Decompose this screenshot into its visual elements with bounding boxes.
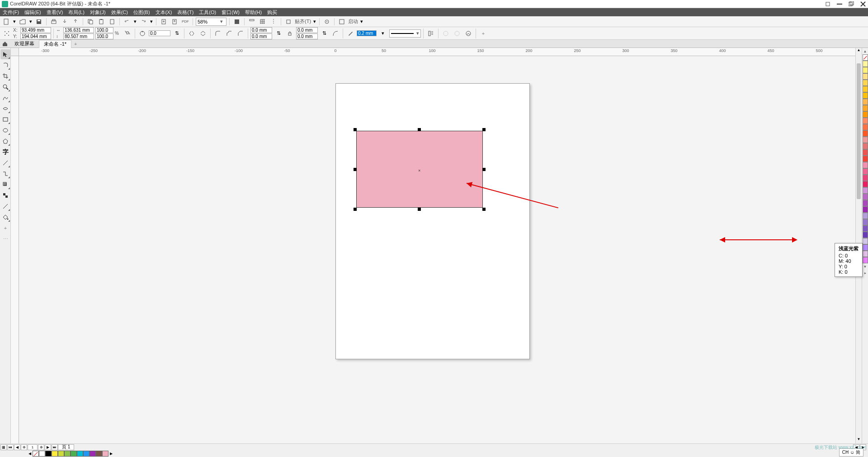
menu-view[interactable]: 查看(V) [47, 9, 63, 16]
canvas[interactable]: × [19, 56, 847, 435]
text-tool[interactable]: 字 [0, 147, 10, 157]
palette-swatch[interactable] [863, 238, 868, 244]
grid-button[interactable] [258, 17, 267, 26]
tab-add-button[interactable]: + [71, 40, 80, 48]
menu-object[interactable]: 对象(J) [90, 9, 106, 16]
scale-y-field[interactable] [95, 33, 113, 39]
palette-down-arrow[interactable]: ▼ [862, 263, 868, 270]
palette-swatch[interactable] [863, 105, 868, 111]
doc-palette-swatch[interactable] [45, 451, 52, 457]
menu-edit[interactable]: 编辑(E) [24, 9, 41, 16]
palette-swatch[interactable] [863, 219, 868, 225]
palette-swatch[interactable] [863, 168, 868, 175]
palette-swatch[interactable] [863, 232, 868, 238]
tab-home-icon[interactable] [0, 40, 10, 48]
menu-tools[interactable]: 工具(O) [199, 9, 216, 16]
rotation-field[interactable] [149, 30, 170, 36]
sel-handle-bl[interactable] [354, 208, 357, 211]
pdf-button[interactable]: PDF [181, 17, 190, 26]
scale-x-field[interactable] [95, 27, 113, 33]
menu-bitmap[interactable]: 位图(B) [133, 9, 150, 16]
order-front-button[interactable] [441, 29, 451, 38]
page-next-button[interactable]: ▶ [45, 444, 51, 450]
redo-button[interactable] [139, 17, 148, 26]
corner-bl-field[interactable] [250, 33, 272, 39]
undo-dropdown[interactable]: ▾ [133, 17, 137, 26]
more-tool[interactable]: ⋯ [0, 234, 10, 244]
palette-swatch[interactable] [863, 194, 868, 200]
doc-palette-swatch[interactable] [71, 451, 77, 457]
ime-indicator[interactable]: CH ☺ 简 [839, 448, 863, 457]
tab-welcome[interactable]: 欢迎屏幕 [10, 40, 39, 48]
palette-swatch[interactable] [863, 86, 868, 92]
zoom-tool[interactable] [0, 82, 10, 92]
pick-tool[interactable] [0, 49, 10, 59]
rectangle-tool[interactable] [0, 114, 10, 124]
page-first-button[interactable]: ⏮ [7, 444, 14, 450]
lock-ratio-button[interactable] [123, 29, 132, 38]
palette-swatch[interactable] [863, 80, 868, 86]
vscroll-down[interactable]: ▼ [856, 437, 862, 443]
palette-swatch[interactable] [863, 67, 868, 73]
palette-swatch[interactable] [863, 162, 868, 168]
mirror-v-button[interactable] [198, 29, 208, 38]
palette-swatch[interactable] [863, 137, 868, 143]
doc-palette-swatch[interactable] [102, 451, 108, 457]
doc-palette-swatch[interactable] [64, 451, 71, 457]
vscroll-up[interactable]: ▲ [856, 48, 862, 54]
horizontal-ruler[interactable]: -300-250-200-150-100-5005010015020025030… [19, 48, 855, 56]
corner-lock-button[interactable] [285, 29, 295, 38]
freehand-tool[interactable] [0, 93, 10, 103]
palette-swatch[interactable] [863, 118, 868, 124]
redo-dropdown[interactable]: ▾ [150, 17, 153, 26]
doc-palette-right[interactable]: ▶ [108, 451, 114, 457]
tab-document[interactable]: 未命名 -1* [39, 40, 71, 48]
palette-swatch[interactable] [863, 73, 868, 80]
eyedropper-tool[interactable] [0, 201, 10, 211]
ellipse-tool[interactable] [0, 125, 10, 135]
palette-swatch[interactable] [863, 213, 868, 219]
palette-no-color[interactable] [863, 54, 868, 61]
sel-handle-br[interactable] [482, 208, 486, 211]
clipboard-button[interactable] [108, 17, 117, 26]
corner-stepper-1[interactable]: ⇅ [274, 29, 283, 38]
export-button-2[interactable] [170, 17, 179, 26]
print-button[interactable] [49, 17, 58, 26]
menu-effects[interactable]: 效果(C) [111, 9, 128, 16]
fullscreen-button[interactable] [232, 17, 241, 26]
page-last-button[interactable]: ⏭ [52, 444, 58, 450]
palette-swatch[interactable] [863, 111, 868, 118]
snap-dropdown[interactable]: ▾ [313, 17, 316, 26]
wrap-text-button[interactable] [426, 29, 436, 38]
x-field[interactable] [20, 27, 51, 33]
corner-tl-field[interactable] [250, 27, 272, 33]
sel-handle-bm[interactable] [418, 208, 421, 211]
plus-tool[interactable]: + [0, 223, 10, 233]
minimize-button[interactable] [836, 1, 843, 7]
artistic-media-tool[interactable] [0, 104, 10, 114]
shape-tool[interactable] [0, 60, 10, 70]
import-button[interactable] [60, 17, 69, 26]
palette-swatch[interactable] [863, 156, 868, 162]
launch-dropdown[interactable]: ▾ [360, 17, 363, 26]
outline-width-field[interactable] [357, 30, 377, 36]
polygon-tool[interactable] [0, 136, 10, 146]
outline-width-dropdown[interactable]: ▾ [378, 29, 388, 38]
palette-swatch[interactable] [863, 200, 868, 206]
palette-swatch[interactable] [863, 149, 868, 156]
doc-palette-swatch[interactable] [39, 451, 45, 457]
corner-chamfer-button[interactable] [236, 29, 245, 38]
outline-style-combo[interactable]: ▾ [389, 29, 421, 38]
corner-tr-field[interactable] [296, 27, 318, 33]
drop-shadow-tool[interactable] [0, 180, 10, 190]
open-button[interactable] [18, 17, 27, 26]
menu-help[interactable]: 帮助(H) [245, 9, 262, 16]
corner-stepper-2[interactable]: ⇅ [319, 29, 329, 38]
palette-swatch[interactable] [863, 175, 868, 181]
doc-palette-swatch[interactable] [58, 451, 64, 457]
horizontal-scrollbar[interactable]: ▶ ◀ [76, 444, 866, 450]
menu-file[interactable]: 文件(F) [3, 9, 19, 16]
copy-button[interactable] [86, 17, 95, 26]
menu-window[interactable]: 窗口(W) [222, 9, 240, 16]
undo-button[interactable] [123, 17, 132, 26]
